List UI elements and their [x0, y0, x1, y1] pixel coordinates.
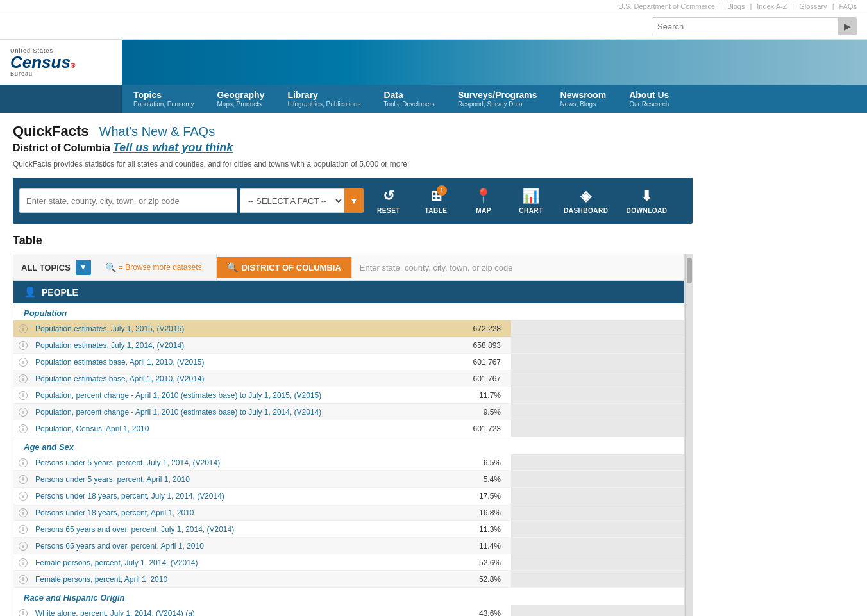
browse-icon: 🔍 — [105, 262, 116, 272]
scroll-thumb — [687, 258, 692, 283]
info-icon-cell[interactable]: i — [13, 521, 30, 538]
nav-item-newsroom[interactable]: Newsroom News, Blogs — [549, 85, 618, 113]
row-value-2 — [511, 605, 684, 616]
category-header-2: Race and Hispanic Origin — [13, 588, 684, 606]
info-icon[interactable]: i — [19, 475, 28, 484]
dc-filter[interactable]: 🔍 DISTRICT OF COLUMBIA — [217, 257, 352, 278]
browse-datasets[interactable]: 🔍 = Browse more datasets — [99, 262, 208, 272]
table-icon: ⊞ 1 — [430, 188, 442, 204]
nav-item-surveys-programs[interactable]: Surveys/Programs Respond, Survey Data — [446, 85, 549, 113]
topics-label: ALL TOPICS — [21, 263, 71, 272]
table-wrapper: ALL TOPICS ▼ 🔍 = Browse more datasets 🔍 … — [13, 254, 685, 616]
location-input[interactable] — [19, 188, 237, 213]
scroll-rail[interactable] — [685, 254, 693, 616]
info-icon-cell[interactable]: i — [13, 538, 30, 554]
faqs-link[interactable]: FAQs — [839, 3, 857, 10]
row-value-2 — [511, 504, 684, 521]
info-icon[interactable]: i — [19, 558, 28, 567]
info-icon-cell[interactable]: i — [13, 387, 30, 404]
info-icon-cell[interactable]: i — [13, 420, 30, 437]
row-value: 43.6% — [396, 605, 511, 616]
nav-item-geography[interactable]: Geography Maps, Products — [206, 85, 276, 113]
blogs-link[interactable]: Blogs — [727, 3, 745, 10]
row-label: Population estimates, July 1, 2014, (V20… — [30, 337, 396, 354]
dc-icon: 🔍 — [227, 262, 238, 272]
search-input[interactable] — [652, 19, 838, 34]
row-value: 601,767 — [396, 354, 511, 370]
nav-item-topics[interactable]: Topics Population, Economy — [122, 85, 206, 113]
fact-select[interactable]: -- SELECT A FACT -- — [240, 188, 344, 213]
info-icon[interactable]: i — [19, 492, 28, 501]
table-row: i Female persons, percent, July 1, 2014,… — [13, 554, 684, 571]
nav-item-data[interactable]: Data Tools, Developers — [372, 85, 446, 113]
info-icon[interactable]: i — [19, 424, 28, 433]
info-icon[interactable]: i — [19, 391, 28, 400]
row-value-2 — [511, 554, 684, 571]
info-icon-cell[interactable]: i — [13, 320, 30, 337]
row-value: 52.8% — [396, 571, 511, 588]
info-icon[interactable]: i — [19, 525, 28, 534]
page-title-row: QuickFacts What's New & FAQs — [13, 123, 693, 140]
index-link[interactable]: Index A-Z — [757, 3, 787, 10]
info-icon[interactable]: i — [19, 408, 28, 417]
info-icon-cell[interactable]: i — [13, 504, 30, 521]
info-icon-cell[interactable]: i — [13, 454, 30, 471]
info-icon[interactable]: i — [19, 542, 28, 551]
info-icon-cell[interactable]: i — [13, 354, 30, 370]
select-arrow-icon[interactable]: ▼ — [344, 188, 364, 213]
row-label: Population, percent change - April 1, 20… — [30, 387, 396, 404]
table-row: i Population estimates base, April 1, 20… — [13, 354, 684, 370]
info-icon[interactable]: i — [19, 341, 28, 350]
section-title: Table — [13, 234, 693, 247]
info-icon-cell[interactable]: i — [13, 605, 30, 616]
info-icon[interactable]: i — [19, 458, 28, 467]
info-icon-cell[interactable]: i — [13, 571, 30, 588]
row-value: 5.4% — [396, 471, 511, 488]
nav-sub-6: Our Research — [629, 101, 669, 108]
reset-button[interactable]: ↺ RESET — [366, 181, 411, 220]
table-label: TABLE — [425, 207, 447, 214]
table-row: i Persons under 18 years, percent, July … — [13, 488, 684, 504]
category-name-1: Age and Sex — [13, 437, 684, 455]
info-icon-cell[interactable]: i — [13, 471, 30, 488]
topics-dropdown-button[interactable]: ▼ — [76, 260, 91, 275]
map-button[interactable]: 📍 MAP — [461, 181, 506, 220]
row-value: 11.7% — [396, 387, 511, 404]
nav-sub-1: Maps, Products — [217, 101, 265, 108]
row-value-2 — [511, 420, 684, 437]
row-value-2 — [511, 404, 684, 420]
second-location-input[interactable]: Enter state, county, city, town, or zip … — [352, 258, 684, 278]
row-label: Persons under 5 years, percent, July 1, … — [30, 454, 396, 471]
download-icon: ⬇ — [641, 188, 653, 204]
table-button[interactable]: ⊞ 1 TABLE — [414, 181, 459, 220]
feedback-link[interactable]: Tell us what you think — [113, 141, 233, 154]
commerce-link[interactable]: U.S. Department of Commerce — [618, 3, 715, 10]
row-value: 9.5% — [396, 404, 511, 420]
info-icon-cell[interactable]: i — [13, 488, 30, 504]
row-value: 52.6% — [396, 554, 511, 571]
row-label: Population estimates, July 1, 2015, (V20… — [30, 320, 396, 337]
page-content: QuickFacts What's New & FAQs District of… — [0, 113, 705, 616]
nav-main-0: Topics — [133, 90, 194, 100]
chart-button[interactable]: 📊 CHART — [509, 181, 553, 220]
row-label: White alone, percent, July 1, 2014, (V20… — [30, 605, 396, 616]
info-icon[interactable]: i — [19, 358, 28, 367]
info-icon-cell[interactable]: i — [13, 554, 30, 571]
info-icon[interactable]: i — [19, 575, 28, 584]
search-button[interactable]: ▶ — [838, 17, 856, 35]
info-icon-cell[interactable]: i — [13, 337, 30, 354]
nav-item-about-us[interactable]: About Us Our Research — [618, 85, 680, 113]
logo-census-text: Census — [10, 53, 71, 72]
whats-new-link[interactable]: What's New & FAQs — [99, 124, 215, 139]
info-icon[interactable]: i — [19, 324, 28, 333]
dashboard-button[interactable]: ◈ DASHBOARD — [556, 181, 616, 220]
info-icon[interactable]: i — [19, 374, 28, 383]
info-icon[interactable]: i — [19, 508, 28, 517]
info-icon-cell[interactable]: i — [13, 404, 30, 420]
glossary-link[interactable]: Glossary — [799, 3, 827, 10]
info-icon[interactable]: i — [19, 609, 28, 616]
table-row: i Persons under 5 years, percent, April … — [13, 471, 684, 488]
nav-item-library[interactable]: Library Infographics, Publications — [276, 85, 372, 113]
info-icon-cell[interactable]: i — [13, 370, 30, 387]
download-button[interactable]: ⬇ DOWNLOAD — [619, 181, 675, 220]
